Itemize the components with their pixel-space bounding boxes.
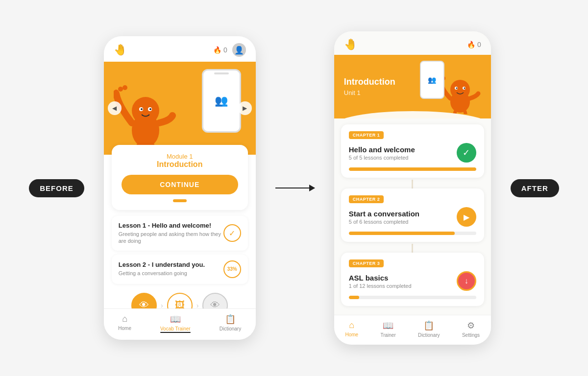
chapter-1-title: Hello and welcome [349, 145, 415, 154]
after-fire-number: 0 [477, 41, 481, 48]
lesson-2-text: Lesson 2 - I understand you. Getting a c… [119, 261, 205, 277]
after-home-icon: ⌂ [349, 320, 354, 330]
chapter-2-progress-text: 5 of 6 lessons completed [349, 219, 419, 225]
lesson-1-title: Lesson 1 - Hello and welcome! [119, 222, 223, 229]
chevron-right-icon-2: › [196, 302, 199, 308]
after-phone: 🤚 🔥 0 Introduction Unit 1 [334, 31, 491, 345]
after-settings-icon: ⚙ [467, 320, 475, 331]
before-phone-header: 🤚 🔥 0 👤 [104, 36, 256, 62]
after-nav-trainer-label: Trainer [380, 332, 395, 338]
svg-point-14 [464, 88, 465, 89]
before-hero-inner: 👥 ◀ ▶ [104, 62, 256, 155]
lesson-2-desc: Getting a conversation going [119, 270, 205, 277]
nav-home[interactable]: ⌂ Home [118, 314, 131, 333]
arrow-line [275, 188, 315, 188]
continue-button[interactable]: CONTINUE [122, 175, 238, 194]
after-header-right: 🔥 0 [467, 41, 481, 48]
book-icon: 📖 [170, 314, 181, 325]
after-fire-count: 🔥 0 [467, 41, 481, 48]
lesson-1-desc: Greeting people and asking them how they… [119, 231, 223, 245]
hero-character [114, 67, 177, 152]
chapter-3-progress-bar [349, 296, 476, 299]
after-nav-settings-label: Settings [462, 332, 480, 338]
svg-point-10 [450, 80, 470, 99]
chapter-2-row: Start a conversation 5 of 6 lessons comp… [349, 207, 476, 227]
module-title: Introduction [122, 160, 238, 169]
chapter-2-badge: CHAPTER 2 [349, 195, 384, 203]
nav-home-label: Home [118, 326, 131, 331]
nav-dictionary-label: Dictionary [220, 326, 241, 331]
after-hero-banner: Introduction Unit 1 [334, 55, 491, 118]
before-phone: 🤚 🔥 0 👤 [104, 36, 256, 340]
chapter-3-card[interactable]: CHAPTER 3 ASL basics 1 of 12 lessons com… [341, 253, 484, 306]
after-nav-trainer[interactable]: 📖 Trainer [380, 320, 395, 338]
svg-point-8 [122, 85, 127, 90]
svg-point-12 [456, 88, 457, 89]
tool-eye2-icon[interactable]: 👁 [202, 293, 228, 308]
tool-image-icon[interactable]: 🖼 [167, 293, 193, 308]
chapter-1-row: Hello and welcome 5 of 5 lessons complet… [349, 143, 476, 163]
chapter-2-info: Start a conversation 5 of 6 lessons comp… [349, 210, 419, 225]
chapter-2-play-icon[interactable]: ▶ [457, 207, 476, 227]
hero-nav-right[interactable]: ▶ [238, 101, 252, 115]
lesson-1-text: Lesson 1 - Hello and welcome! Greeting p… [119, 222, 223, 245]
after-hero-phone-icon: 👥 [420, 61, 444, 99]
chevron-right-icon-1: › [161, 302, 163, 308]
chapter-3-progress-fill [349, 296, 359, 299]
chapter-2-progress-fill [349, 232, 455, 235]
main-container: BEFORE 🤚 🔥 0 👤 [0, 0, 588, 376]
chapter-2-progress-bar [349, 232, 476, 235]
svg-point-6 [114, 90, 119, 94]
svg-point-1 [132, 97, 159, 124]
chapter-1-card[interactable]: CHAPTER 1 Hello and welcome 5 of 5 lesso… [341, 124, 484, 178]
after-nav-settings[interactable]: ⚙ Settings [462, 320, 480, 338]
before-hero-banner: 👥 ◀ ▶ [104, 62, 256, 155]
transition-arrow [275, 188, 315, 188]
before-header-right: 🔥 0 👤 [213, 43, 246, 57]
arrow-container [275, 188, 315, 188]
home-icon: ⌂ [122, 314, 127, 324]
chapter-3-progress-text: 1 of 12 lessons completed [349, 283, 412, 289]
after-nav-home[interactable]: ⌂ Home [345, 320, 358, 338]
lesson-item[interactable]: Lesson 2 - I understand you. Getting a c… [112, 255, 248, 284]
lessons-container: Lesson 1 - Hello and welcome! Greeting p… [104, 210, 256, 308]
nav-dictionary[interactable]: 📋 Dictionary [220, 314, 241, 333]
svg-point-3 [141, 108, 143, 110]
tools-row: 👁 › 🖼 › 👁 [112, 288, 248, 308]
nav-underline [160, 332, 191, 333]
after-nav-dictionary[interactable]: 📋 Dictionary [418, 320, 440, 338]
nav-vocab-label: Vocab Trainer [160, 326, 191, 331]
lesson-2-title: Lesson 2 - I understand you. [119, 261, 205, 268]
nav-vocab-trainer[interactable]: 📖 Vocab Trainer [160, 314, 191, 333]
chapter-1-badge: CHAPTER 1 [349, 131, 384, 139]
tool-eye-icon[interactable]: 👁 [131, 293, 157, 308]
chapter-1-progress-bar [349, 167, 476, 171]
after-nav-home-label: Home [345, 332, 358, 337]
before-label: BEFORE [29, 179, 84, 197]
after-header: 🤚 🔥 0 [334, 31, 491, 55]
chapter-connector-1 [412, 180, 413, 188]
before-fire-icon: 🔥 [213, 46, 221, 54]
chapter-1-complete-icon[interactable]: ✓ [457, 143, 476, 163]
chapter-2-card[interactable]: CHAPTER 2 Start a conversation 5 of 6 le… [341, 188, 484, 242]
after-bottom-nav: ⌂ Home 📖 Trainer 📋 Dictionary ⚙ Settings [334, 315, 491, 345]
after-trainer-icon: 📖 [383, 320, 393, 331]
lesson-item[interactable]: Lesson 1 - Hello and welcome! Greeting p… [112, 216, 248, 251]
dictionary-icon: 📋 [225, 314, 236, 325]
before-avatar: 👤 [232, 43, 246, 57]
chapter-3-row: ASL basics 1 of 12 lessons completed ↓ [349, 271, 476, 291]
after-mascot [438, 60, 482, 116]
module-card-bottom [122, 199, 238, 202]
chapter-3-info: ASL basics 1 of 12 lessons completed [349, 274, 412, 289]
module-card: Module 1 Introduction CONTINUE [112, 145, 248, 210]
lesson-2-pct-icon: 33% [223, 260, 241, 278]
chapter-3-badge: CHAPTER 3 [349, 259, 384, 267]
chapter-3-download-icon[interactable]: ↓ [457, 271, 476, 291]
lesson-1-check-icon: ✓ [223, 224, 241, 242]
before-fire-count: 🔥 0 [213, 46, 227, 54]
svg-point-5 [149, 108, 151, 110]
hero-nav-left[interactable]: ◀ [108, 101, 122, 115]
module-label: Module 1 [122, 153, 238, 160]
before-logo-icon: 🤚 [114, 44, 127, 56]
chapter-1-progress-text: 5 of 5 lessons completed [349, 155, 415, 161]
